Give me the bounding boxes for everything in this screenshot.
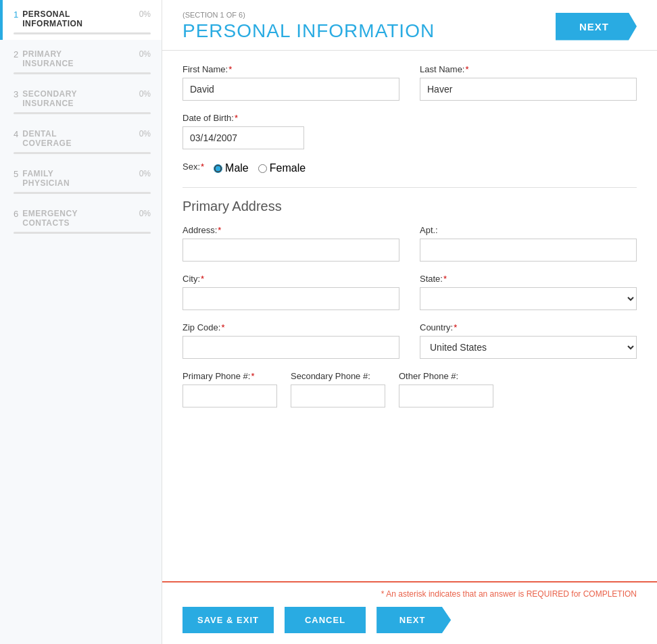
sidebar-item-secondary-insurance[interactable]: 3 SECONDARYINSURANCE 0% [0, 80, 162, 120]
sex-option-female[interactable]: Female [258, 162, 306, 174]
sidebar-item-percent-1: 0% [139, 9, 151, 19]
city-state-row: City:* State:* AL AK AZ CA CO [182, 274, 637, 310]
last-name-required: * [465, 64, 468, 74]
city-group: City:* [182, 274, 399, 310]
country-select[interactable]: United States Canada Mexico Other [420, 336, 637, 359]
primary-phone-input[interactable] [182, 385, 277, 407]
secondary-phone-input[interactable] [291, 385, 385, 407]
next-button-top[interactable]: NEXT [556, 13, 637, 41]
first-name-required: * [228, 64, 232, 74]
country-required: * [454, 322, 457, 332]
footer-buttons: SAVE & EXIT CANCEL NEXT [182, 607, 637, 633]
sidebar-progress-bar-4 [14, 152, 151, 154]
first-name-label: First Name:* [182, 64, 399, 74]
city-required: * [201, 274, 204, 284]
sex-radio-female[interactable] [258, 164, 267, 173]
sidebar-item-number-2: 2 [14, 49, 18, 59]
other-phone-input[interactable] [399, 385, 493, 407]
name-row: First Name:* Last Name:* [182, 64, 637, 101]
state-select[interactable]: AL AK AZ CA CO FL NY TX [420, 287, 637, 310]
secondary-phone-label: Secondary Phone #: [291, 371, 385, 381]
next-button-bottom[interactable]: NEXT [376, 607, 451, 633]
sex-row: Sex:* Male Female [182, 162, 637, 175]
address-group: Address:* [182, 225, 399, 262]
dob-label: Date of Birth:* [182, 113, 304, 123]
dob-required: * [235, 113, 238, 123]
sidebar-item-dental-coverage[interactable]: 4 DENTALCOVERAGE 0% [0, 120, 162, 159]
sex-required: * [201, 162, 204, 172]
primary-phone-label: Primary Phone #:* [182, 371, 277, 381]
primary-phone-required: * [251, 371, 254, 381]
sidebar-item-personal-information[interactable]: 1 PERSONALINFORMATION 0% [0, 0, 162, 40]
address-required: * [218, 225, 221, 235]
state-label: State:* [420, 274, 637, 284]
sidebar-item-label-4: DENTALCOVERAGE [22, 129, 139, 148]
sidebar-item-number-1: 1 [14, 9, 18, 20]
sidebar-item-number-3: 3 [14, 89, 18, 99]
secondary-phone-group: Secondary Phone #: [291, 371, 385, 407]
zip-country-row: Zip Code:* Country:* United States Canad… [182, 322, 637, 359]
sidebar-progress-bar-3 [14, 112, 151, 114]
dob-input[interactable] [182, 126, 304, 149]
sidebar-item-label-1: PERSONALINFORMATION [22, 9, 139, 28]
first-name-group: First Name:* [182, 64, 399, 101]
city-input[interactable] [182, 287, 399, 310]
sidebar-progress-bar-5 [14, 192, 151, 194]
first-name-input[interactable] [182, 78, 399, 101]
sidebar-item-percent-2: 0% [139, 49, 151, 59]
sidebar-item-label-6: EMERGENCYCONTACTS [22, 209, 139, 228]
country-label: Country:* [420, 322, 637, 332]
cancel-button[interactable]: CANCEL [285, 607, 366, 633]
form-area: First Name:* Last Name:* Date of Birth:* [162, 51, 657, 581]
sidebar-item-number-6: 6 [14, 209, 18, 219]
header-title-block: (SECTION 1 OF 6) PERSONAL INFORMATION [182, 11, 435, 42]
city-label: City:* [182, 274, 399, 284]
last-name-input[interactable] [420, 78, 637, 101]
address-label: Address:* [182, 225, 399, 235]
sidebar-item-family-physician[interactable]: 5 FAMILYPHYSICIAN 0% [0, 159, 162, 199]
sidebar: 1 PERSONALINFORMATION 0% 2 PRIMARYINSURA… [0, 0, 162, 644]
apt-group: Apt.: [420, 225, 637, 262]
sex-label: Sex:* [182, 162, 204, 172]
primary-address-title: Primary Address [182, 199, 637, 214]
state-group: State:* AL AK AZ CA CO FL NY TX [420, 274, 637, 310]
sidebar-item-percent-5: 0% [139, 169, 151, 178]
last-name-label: Last Name:* [420, 64, 637, 74]
section-divider [182, 187, 637, 188]
sidebar-item-percent-6: 0% [139, 209, 151, 218]
save-exit-button[interactable]: SAVE & EXIT [182, 607, 274, 633]
page-title: PERSONAL INFORMATION [182, 20, 435, 42]
apt-label: Apt.: [420, 225, 637, 235]
dob-group: Date of Birth:* [182, 113, 304, 149]
sidebar-item-label-3: SECONDARYINSURANCE [22, 89, 139, 108]
zip-input[interactable] [182, 336, 399, 359]
address-input[interactable] [182, 239, 399, 262]
sidebar-item-label-2: PRIMARYINSURANCE [22, 49, 139, 68]
section-label: (SECTION 1 OF 6) [182, 11, 435, 19]
other-phone-label: Other Phone #: [399, 371, 493, 381]
form-footer: * An asterisk indicates that an answer i… [162, 581, 657, 644]
zip-group: Zip Code:* [182, 322, 399, 359]
zip-required: * [221, 322, 224, 332]
country-group: Country:* United States Canada Mexico Ot… [420, 322, 637, 359]
sex-option-male[interactable]: Male [214, 162, 249, 174]
sidebar-item-primary-insurance[interactable]: 2 PRIMARYINSURANCE 0% [0, 40, 162, 80]
sidebar-progress-bar-1 [14, 32, 151, 34]
main-header: (SECTION 1 OF 6) PERSONAL INFORMATION NE… [162, 0, 657, 51]
sex-male-label: Male [225, 162, 249, 174]
asterisk-note: * An asterisk indicates that an answer i… [182, 589, 637, 599]
sidebar-progress-bar-2 [14, 72, 151, 74]
sidebar-item-label-5: FAMILYPHYSICIAN [22, 169, 139, 188]
zip-label: Zip Code:* [182, 322, 399, 332]
sidebar-item-emergency-contacts[interactable]: 6 EMERGENCYCONTACTS 0% [0, 199, 162, 239]
sex-female-label: Female [270, 162, 306, 174]
sidebar-item-percent-3: 0% [139, 89, 151, 99]
phone-row: Primary Phone #:* Secondary Phone #: Oth… [182, 371, 637, 407]
sex-radio-male[interactable] [214, 164, 222, 173]
sidebar-item-percent-4: 0% [139, 129, 151, 139]
primary-phone-group: Primary Phone #:* [182, 371, 277, 407]
last-name-group: Last Name:* [420, 64, 637, 101]
state-required: * [443, 274, 447, 284]
apt-input[interactable] [420, 239, 637, 262]
address-row: Address:* Apt.: [182, 225, 637, 262]
